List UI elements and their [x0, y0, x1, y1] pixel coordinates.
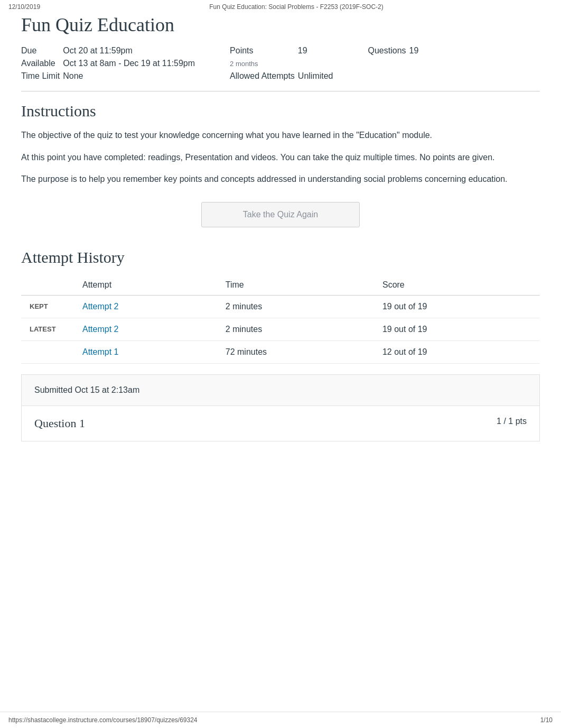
available-extra: 2 months	[230, 57, 298, 70]
table-row: LATESTAttempt 22 minutes19 out of 19	[21, 318, 540, 340]
attempt-table: Attempt Time Score KEPTAttempt 22 minute…	[21, 275, 540, 364]
table-row: KEPTAttempt 22 minutes19 out of 19	[21, 295, 540, 318]
submitted-section: Submitted Oct 15 at 2:13am	[21, 374, 540, 406]
tab-title: Fun Quiz Education: Social Problems - F2…	[209, 3, 383, 11]
page-wrapper: Fun Quiz Education Due Oct 20 at 11:59pm…	[0, 14, 561, 463]
take-quiz-button[interactable]: Take the Quiz Again	[201, 202, 360, 227]
date-label: 12/10/2019	[8, 3, 40, 11]
meta-row-3: Time Limit None Allowed Attempts Unlimit…	[21, 70, 422, 82]
col-label	[21, 275, 74, 296]
button-area: Take the Quiz Again	[21, 202, 540, 227]
instructions-para-1: The objective of the quiz to test your k…	[21, 128, 540, 142]
row-label: KEPT	[21, 295, 74, 318]
instructions-heading: Instructions	[21, 102, 540, 120]
questions-value: 19	[409, 44, 422, 57]
question-points: 1 / 1 pts	[497, 417, 527, 426]
quiz-meta: Due Oct 20 at 11:59pm Points 19 Question…	[21, 44, 422, 82]
attempt-history-section: Attempt History Attempt Time Score KEPTA…	[21, 248, 540, 364]
col-score: Score	[374, 275, 540, 296]
points-value: 19	[298, 44, 336, 57]
allowed-attempts-value: Unlimited	[298, 70, 336, 82]
table-row: Attempt 172 minutes12 out of 19	[21, 340, 540, 363]
due-value: Oct 20 at 11:59pm	[63, 44, 198, 57]
col-time: Time	[217, 275, 374, 296]
instructions-para-3: The purpose is to help you remember key …	[21, 172, 540, 186]
row-score: 19 out of 19	[374, 295, 540, 318]
attempt-history-heading: Attempt History	[21, 248, 540, 266]
available-value: Oct 13 at 8am - Dec 19 at 11:59pm	[63, 57, 198, 70]
time-limit-label: Time Limit	[21, 70, 63, 82]
row-score: 12 out of 19	[374, 340, 540, 363]
col-attempt: Attempt	[74, 275, 217, 296]
browser-bar: 12/10/2019 Fun Quiz Education: Social Pr…	[0, 0, 561, 14]
submitted-text: Submitted Oct 15 at 2:13am	[34, 385, 527, 395]
row-time: 72 minutes	[217, 340, 374, 363]
quiz-title: Fun Quiz Education	[21, 14, 540, 36]
quiz-title-section: Fun Quiz Education Due Oct 20 at 11:59pm…	[21, 14, 540, 91]
time-limit-value: None	[63, 70, 198, 82]
table-header-row: Attempt Time Score	[21, 275, 540, 296]
due-label: Due	[21, 44, 63, 57]
row-label: LATEST	[21, 318, 74, 340]
questions-label: Questions	[368, 44, 409, 57]
row-label	[21, 340, 74, 363]
row-time: 2 minutes	[217, 295, 374, 318]
allowed-attempts-label: Allowed Attempts	[230, 70, 298, 82]
row-attempt[interactable]: Attempt 2	[74, 318, 217, 340]
question-section: Question 1 1 / 1 pts	[21, 406, 540, 441]
instructions-para-2: At this point you have completed: readin…	[21, 151, 540, 164]
available-label: Available	[21, 57, 63, 70]
points-label: Points	[230, 44, 298, 57]
question-title: Question 1	[34, 417, 85, 430]
instructions-section: Instructions The objective of the quiz t…	[21, 102, 540, 186]
row-attempt[interactable]: Attempt 1	[74, 340, 217, 363]
row-score: 19 out of 19	[374, 318, 540, 340]
meta-row-1: Due Oct 20 at 11:59pm Points 19 Question…	[21, 44, 422, 57]
row-time: 2 minutes	[217, 318, 374, 340]
question-header: Question 1 1 / 1 pts	[34, 417, 527, 430]
meta-row-2: Available Oct 13 at 8am - Dec 19 at 11:5…	[21, 57, 422, 70]
row-attempt[interactable]: Attempt 2	[74, 295, 217, 318]
